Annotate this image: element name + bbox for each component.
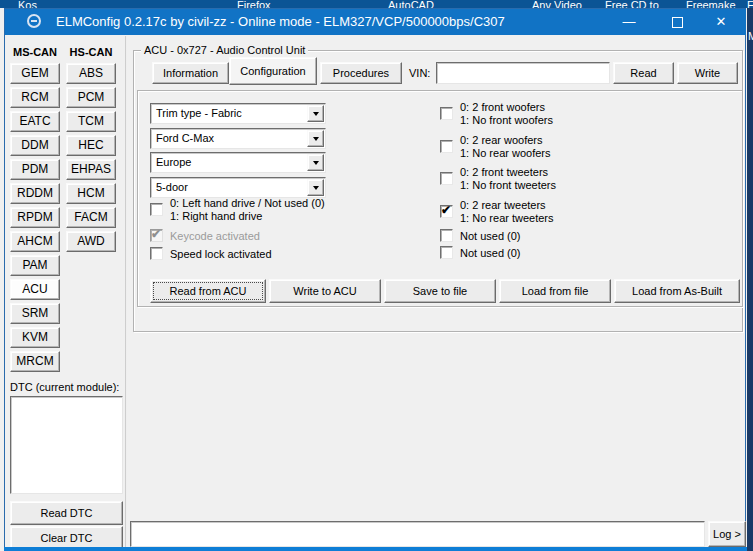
dropdown-button[interactable] [307,179,324,196]
dtc-label: DTC (current module): [10,381,119,393]
dropdown-button[interactable] [307,154,324,171]
sidebar-item-rpdm[interactable]: RPDM [10,207,60,228]
check-icon: ✔ [151,227,161,241]
trim-type-value: Trim type - Fabric [156,107,242,119]
region-value: Europe [156,156,191,168]
checkbox-label-line: Speed lock activated [170,248,272,261]
sidebar-item-hec[interactable]: HEC [66,135,116,156]
hs-can-header: HS-CAN [66,46,116,58]
log-input[interactable] [130,521,705,547]
desktop-strip: Kos Firefox AutoCAD Anv Video Free CD to… [0,0,753,8]
doors-dropdown[interactable]: 5-door [150,177,326,198]
sidebar-item-hcm[interactable]: HCM [66,183,116,204]
dtc-listbox[interactable] [10,396,123,494]
dropdown-button[interactable] [307,105,324,122]
model-value: Ford C-Max [156,132,214,144]
dropdown-button[interactable] [307,130,324,147]
checkbox-front-tweeters[interactable]: 0: 2 front tweeters1: No front tweeters [440,166,690,193]
sidebar-item-facm[interactable]: FACM [66,207,116,228]
chevron-down-icon [313,186,319,190]
checkbox-hand-drive[interactable]: 0: Left hand drive / Not used (0)1: Righ… [150,197,400,224]
tab-procedures[interactable]: Procedures [320,62,402,84]
sidebar-item-kvm[interactable]: KVM [10,327,60,348]
doors-value: 5-door [156,181,188,193]
checkbox-label-line: 0: 2 rear tweeters [460,199,546,211]
desktop-right-edge: M [747,0,753,551]
checkbox-keycode-activated: ✔ Keycode activated [150,229,400,243]
titlebar[interactable]: ELMConfig 0.2.17c by civil-zz - Online m… [5,9,746,35]
desktop-icon-label[interactable]: Kos [18,0,37,8]
checkbox-label-line: 0: 2 front woofers [460,101,545,113]
read-dtc-button[interactable]: Read DTC [10,501,123,525]
sidebar-item-rddm[interactable]: RDDM [10,183,60,204]
checkbox-label-line: Keycode activated [170,230,260,243]
app-icon [27,14,41,28]
vin-read-button[interactable]: Read [613,62,674,84]
checkbox-rear-woofers[interactable]: 0: 2 rear woofers1: No rear woofers [440,134,690,161]
window-title: ELMConfig 0.2.17c by civil-zz - Online m… [56,14,505,29]
ms-can-header: MS-CAN [10,46,60,58]
vin-label: VIN: [409,67,430,79]
sidebar-item-eatc[interactable]: EATC [10,111,60,132]
vin-write-button[interactable]: Write [677,62,738,84]
checkbox-speed-lock[interactable]: Speed lock activated [150,247,400,261]
sidebar-item-ddm[interactable]: DDM [10,135,60,156]
save-to-file-button[interactable]: Save to file [384,279,496,303]
checkbox-label-line: 1: No rear woofers [460,147,550,159]
read-from-acu-button[interactable]: Read from ACU [150,279,266,303]
checkbox-label-line: 1: No rear tweeters [460,212,554,224]
acu-groupbox-title: ACU - 0x727 - Audio Control Unit [141,44,308,56]
check-icon: ✔ [441,203,451,217]
sidebar-item-abs[interactable]: ABS [66,63,116,84]
checkbox-not-used-2[interactable]: Not used (0) [440,246,690,260]
tab-configuration[interactable]: Configuration [229,57,317,85]
trim-type-dropdown[interactable]: Trim type - Fabric [150,103,326,124]
checkbox-rear-tweeters[interactable]: ✔ 0: 2 rear tweeters1: No rear tweeters [440,199,690,226]
desktop-icon-label[interactable]: AutoCAD [388,0,434,8]
checkbox-label-line: 1: No front woofers [460,114,553,126]
load-from-asbuilt-button[interactable]: Load from As-Built [614,279,740,303]
desktop-icon-label[interactable]: Free CD to [605,0,659,8]
checkbox-label-line: 1: No front tweeters [460,179,556,191]
sidebar-item-ahcm[interactable]: AHCM [10,231,60,252]
sidebar-item-acu[interactable]: ACU [10,279,60,300]
desktop-icon-label[interactable]: Firefox [237,0,271,8]
chevron-down-icon [313,161,319,165]
checkbox-label-line: 1: Right hand drive [170,210,262,222]
sidebar-item-srm[interactable]: SRM [10,303,60,324]
maximize-button[interactable] [661,9,693,35]
sidebar-item-pdm[interactable]: PDM [10,159,60,180]
sidebar-item-gem[interactable]: GEM [10,63,60,84]
log-button[interactable]: Log > [708,521,746,547]
checkbox-label-line: Not used (0) [460,230,521,243]
checkbox-label-line: 0: 2 rear woofers [460,134,543,146]
desktop-icon-label-clipped: M [748,30,753,42]
write-to-acu-button[interactable]: Write to ACU [269,279,381,303]
checkbox-not-used-1[interactable]: Not used (0) [440,229,690,243]
vin-input[interactable] [436,62,610,84]
sidebar-item-ehpas[interactable]: EHPAS [66,159,116,180]
checkbox-label-line: 0: 2 front tweeters [460,166,548,178]
sidebar-item-pcm[interactable]: PCM [66,87,116,108]
checkbox-label-line: Not used (0) [460,247,521,260]
sidebar-item-awd[interactable]: AWD [66,231,116,252]
desktop-icon-label[interactable]: Anv Video [532,0,582,8]
sidebar-item-tcm[interactable]: TCM [66,111,116,132]
checkbox-label-line: 0: Left hand drive / Not used (0) [170,197,325,209]
maximize-icon [672,17,683,28]
minimize-button[interactable]: — [613,9,645,35]
sidebar-item-rcm[interactable]: RCM [10,87,60,108]
screen: Kos Firefox AutoCAD Anv Video Free CD to… [0,0,753,551]
close-button[interactable]: ✕ [705,9,737,35]
sidebar-item-mrcm[interactable]: MRCM [10,351,60,372]
window-bottom-border [4,547,747,551]
desktop-icon-label-clipped: F [747,0,753,8]
tab-information[interactable]: Information [152,62,229,84]
region-dropdown[interactable]: Europe [150,152,326,173]
model-dropdown[interactable]: Ford C-Max [150,128,326,149]
checkbox-front-woofers[interactable]: 0: 2 front woofers1: No front woofers [440,101,690,128]
sidebar-divider [125,36,127,547]
sidebar-item-pam[interactable]: PAM [10,255,60,276]
load-from-file-button[interactable]: Load from file [499,279,611,303]
desktop-icon-label[interactable]: Freemake [686,0,736,8]
